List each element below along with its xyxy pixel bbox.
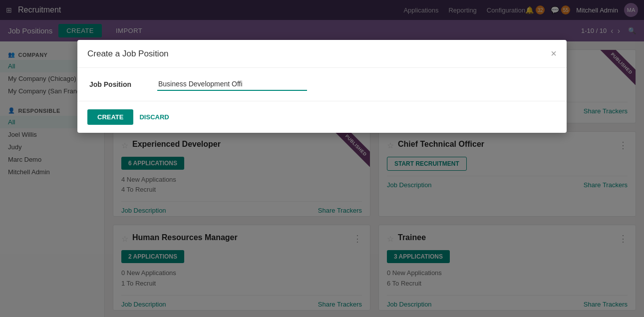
modal-body: Job Position [77, 68, 567, 101]
modal-overlay[interactable]: Create a Job Position × Job Position CRE… [0, 0, 644, 317]
modal-close-button[interactable]: × [551, 48, 557, 59]
job-position-input[interactable] [157, 78, 307, 91]
form-label-job-position: Job Position [89, 80, 149, 88]
modal-footer: CREATE DISCARD [77, 101, 567, 133]
modal-create-button[interactable]: CREATE [87, 109, 133, 125]
modal-title: Create a Job Position [87, 49, 169, 59]
modal-create-job: Create a Job Position × Job Position CRE… [77, 40, 567, 133]
form-row-job-position: Job Position [89, 78, 555, 91]
modal-header: Create a Job Position × [77, 40, 567, 68]
modal-discard-button[interactable]: DISCARD [139, 113, 169, 121]
